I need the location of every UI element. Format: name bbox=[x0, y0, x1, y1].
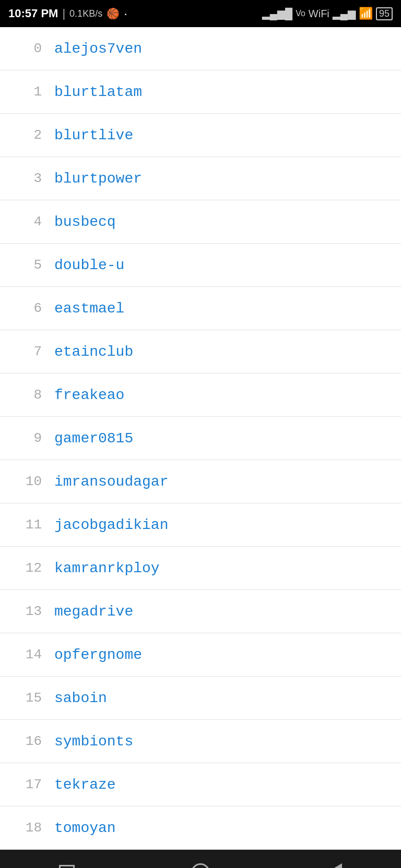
row-index: 5 bbox=[13, 257, 54, 273]
row-name: busbecq bbox=[54, 214, 116, 230]
triangle-icon bbox=[326, 863, 342, 868]
wifi-icon: WiFi bbox=[309, 8, 329, 20]
status-left: 10:57 PM | 0.1KB/s 🏀 · bbox=[8, 6, 127, 21]
status-speed: 0.1KB/s bbox=[69, 8, 102, 19]
row-index: 17 bbox=[13, 777, 54, 792]
row-name: opfergnome bbox=[54, 647, 142, 663]
row-index: 16 bbox=[13, 733, 54, 749]
row-index: 14 bbox=[13, 647, 54, 662]
row-name: etainclub bbox=[54, 344, 133, 360]
circle-icon bbox=[191, 863, 210, 868]
row-index: 3 bbox=[13, 171, 54, 186]
row-index: 2 bbox=[13, 127, 54, 143]
signal2-icon: ▂▄▆ bbox=[333, 7, 356, 20]
status-dot: · bbox=[124, 6, 127, 21]
table-row[interactable]: 1blurtlatam bbox=[0, 70, 401, 114]
row-name: alejos7ven bbox=[54, 41, 142, 57]
row-name: imransoudagar bbox=[54, 474, 168, 490]
row-name: freakeao bbox=[54, 387, 124, 403]
nav-home-button[interactable] bbox=[187, 860, 214, 868]
row-name: kamranrkploy bbox=[54, 560, 160, 576]
table-row[interactable]: 5double-u bbox=[0, 244, 401, 287]
status-separator: | bbox=[62, 7, 65, 20]
status-time: 10:57 PM bbox=[8, 7, 58, 20]
table-row[interactable]: 3blurtpower bbox=[0, 157, 401, 200]
row-index: 7 bbox=[13, 344, 54, 359]
data-icon: 🏀 bbox=[107, 7, 120, 20]
table-row[interactable]: 6eastmael bbox=[0, 287, 401, 330]
table-row[interactable]: 9gamer0815 bbox=[0, 417, 401, 460]
wifi2-icon: 📶 bbox=[359, 7, 373, 20]
table-row[interactable]: 14opfergnome bbox=[0, 633, 401, 677]
signal-icon: ▂▄▆█ bbox=[262, 7, 292, 20]
table-row[interactable]: 18tomoyan bbox=[0, 806, 401, 850]
row-name: symbionts bbox=[54, 733, 133, 750]
row-name: blurtlatam bbox=[54, 84, 142, 100]
row-name: double-u bbox=[54, 257, 124, 273]
row-index: 9 bbox=[13, 430, 54, 446]
square-icon bbox=[59, 865, 75, 868]
row-index: 0 bbox=[13, 41, 54, 56]
table-container: 0alejos7ven1blurtlatam2blurtlive3blurtpo… bbox=[0, 27, 401, 850]
table-row[interactable]: 0alejos7ven bbox=[0, 27, 401, 70]
row-name: blurtlive bbox=[54, 127, 133, 143]
table-row[interactable]: 11jacobgadikian bbox=[0, 503, 401, 547]
table-row[interactable]: 15saboin bbox=[0, 677, 401, 720]
table-row[interactable]: 8freakeao bbox=[0, 373, 401, 417]
row-index: 18 bbox=[13, 820, 54, 836]
table-row[interactable]: 12kamranrkploy bbox=[0, 547, 401, 590]
row-index: 15 bbox=[13, 690, 54, 706]
table-row[interactable]: 4busbecq bbox=[0, 200, 401, 244]
row-name: eastmael bbox=[54, 300, 124, 317]
vo-label: Vo bbox=[296, 9, 305, 18]
row-name: tomoyan bbox=[54, 820, 116, 836]
row-index: 1 bbox=[13, 84, 54, 100]
row-name: megadrive bbox=[54, 604, 133, 620]
row-index: 12 bbox=[13, 560, 54, 576]
nav-recent-button[interactable] bbox=[321, 860, 347, 868]
status-right: ▂▄▆█ Vo WiFi ▂▄▆ 📶 95 bbox=[262, 7, 393, 20]
row-index: 4 bbox=[13, 214, 54, 230]
table-row[interactable]: 2blurtlive bbox=[0, 114, 401, 157]
row-index: 8 bbox=[13, 387, 54, 403]
row-name: blurtpower bbox=[54, 171, 142, 187]
table-row[interactable]: 7etainclub bbox=[0, 330, 401, 373]
row-index: 11 bbox=[13, 517, 54, 533]
row-index: 13 bbox=[13, 604, 54, 619]
status-bar: 10:57 PM | 0.1KB/s 🏀 · ▂▄▆█ Vo WiFi ▂▄▆ … bbox=[0, 0, 401, 27]
table-row[interactable]: 17tekraze bbox=[0, 763, 401, 806]
table-row[interactable]: 16symbionts bbox=[0, 720, 401, 763]
row-name: gamer0815 bbox=[54, 430, 133, 447]
nav-back-button[interactable] bbox=[54, 860, 80, 868]
table-row[interactable]: 10imransoudagar bbox=[0, 460, 401, 503]
row-name: saboin bbox=[54, 690, 107, 706]
battery-icon: 95 bbox=[376, 7, 393, 20]
table-row[interactable]: 13megadrive bbox=[0, 590, 401, 633]
nav-bar bbox=[0, 850, 401, 868]
row-index: 6 bbox=[13, 300, 54, 316]
row-index: 10 bbox=[13, 474, 54, 489]
row-name: tekraze bbox=[54, 777, 116, 793]
row-name: jacobgadikian bbox=[54, 517, 168, 533]
